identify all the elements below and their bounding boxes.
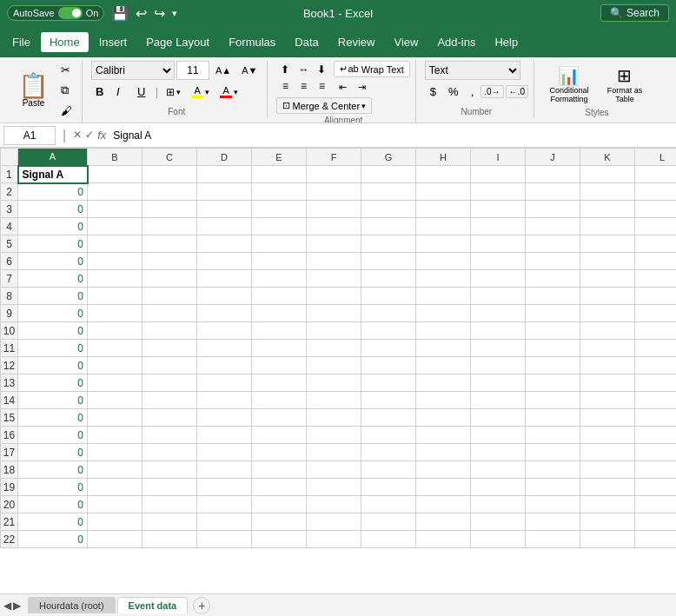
cell-B22[interactable] [88,531,142,548]
row-header-8[interactable]: 8 [1,288,18,305]
cell-L19[interactable] [635,479,677,496]
row-header-3[interactable]: 3 [1,201,18,218]
cell-B16[interactable] [88,427,142,444]
cell-H15[interactable] [416,409,471,427]
cell-L7[interactable] [635,270,677,288]
cell-L18[interactable] [635,461,677,479]
cell-A19[interactable]: 0 [18,479,88,496]
cell-D13[interactable] [197,374,252,392]
cell-I12[interactable] [471,357,526,374]
row-header-15[interactable]: 15 [1,409,18,427]
menu-add-ins[interactable]: Add-ins [428,32,484,52]
cell-C17[interactable] [142,444,197,461]
font-color-button[interactable]: A ▾ [215,83,242,101]
cell-C22[interactable] [142,531,197,548]
cell-B15[interactable] [88,409,142,427]
col-header-e[interactable]: E [252,149,307,166]
cell-A18[interactable]: 0 [18,461,88,479]
cell-E15[interactable] [252,409,307,427]
cell-K10[interactable] [580,322,635,340]
cell-F11[interactable] [307,340,361,357]
cell-H21[interactable] [416,513,471,531]
cell-A11[interactable]: 0 [18,340,88,357]
row-header-19[interactable]: 19 [1,479,18,496]
cut-button[interactable]: ✂ [56,61,76,79]
col-header-c[interactable]: C [142,149,197,166]
cell-L16[interactable] [635,427,677,444]
menu-help[interactable]: Help [486,32,527,52]
col-header-g[interactable]: G [361,149,416,166]
col-header-a[interactable]: A [18,149,88,166]
cell-B17[interactable] [88,444,142,461]
align-left-button[interactable]: ≡ [276,78,294,94]
cell-G13[interactable] [361,374,416,392]
cell-C1[interactable] [142,166,197,183]
cell-J19[interactable] [526,479,580,496]
cell-I20[interactable] [471,496,526,513]
undo-icon[interactable]: ↩ [136,5,147,22]
cell-J2[interactable] [526,183,580,201]
cell-K18[interactable] [580,461,635,479]
align-middle-button[interactable]: ↔ [295,62,312,77]
cell-L6[interactable] [635,253,677,270]
cell-G22[interactable] [361,531,416,548]
font-size-increase-button[interactable]: A▲ [211,63,235,78]
cell-H11[interactable] [416,340,471,357]
cell-C16[interactable] [142,427,197,444]
row-header-13[interactable]: 13 [1,374,18,392]
cell-K22[interactable] [580,531,635,548]
cell-K8[interactable] [580,288,635,305]
cell-B18[interactable] [88,461,142,479]
cell-L14[interactable] [635,392,677,409]
cell-E9[interactable] [252,305,307,322]
cell-C12[interactable] [142,357,197,374]
col-header-d[interactable]: D [197,149,252,166]
cell-F10[interactable] [307,322,361,340]
cell-E7[interactable] [252,270,307,288]
cell-A17[interactable]: 0 [18,444,88,461]
cell-D2[interactable] [197,183,252,201]
cell-F19[interactable] [307,479,361,496]
cell-F8[interactable] [307,288,361,305]
cell-K7[interactable] [580,270,635,288]
cell-D3[interactable] [197,201,252,218]
font-family-select[interactable]: Calibri [91,61,175,80]
cell-J16[interactable] [526,427,580,444]
cell-A20[interactable]: 0 [18,496,88,513]
cell-reference-input[interactable] [3,126,56,145]
cell-C19[interactable] [142,479,197,496]
cell-D10[interactable] [197,322,252,340]
cell-L13[interactable] [635,374,677,392]
cell-I19[interactable] [471,479,526,496]
cell-L4[interactable] [635,218,677,235]
row-header-6[interactable]: 6 [1,253,18,270]
cell-A15[interactable]: 0 [18,409,88,427]
cell-K17[interactable] [580,444,635,461]
cell-G4[interactable] [361,218,416,235]
cell-J13[interactable] [526,374,580,392]
cell-D8[interactable] [197,288,252,305]
menu-file[interactable]: File [3,32,39,52]
cell-I10[interactable] [471,322,526,340]
cell-F3[interactable] [307,201,361,218]
cell-E5[interactable] [252,235,307,253]
row-header-12[interactable]: 12 [1,357,18,374]
cell-E8[interactable] [252,288,307,305]
cell-H2[interactable] [416,183,471,201]
cell-I11[interactable] [471,340,526,357]
cell-B4[interactable] [88,218,142,235]
cell-F13[interactable] [307,374,361,392]
cell-I17[interactable] [471,444,526,461]
cell-A2[interactable]: 0 [18,183,88,201]
cell-L20[interactable] [635,496,677,513]
cell-L12[interactable] [635,357,677,374]
cell-B12[interactable] [88,357,142,374]
cell-D20[interactable] [197,496,252,513]
cell-L21[interactable] [635,513,677,531]
cell-H1[interactable] [416,166,471,183]
row-header-21[interactable]: 21 [1,513,18,531]
cell-E4[interactable] [252,218,307,235]
cell-A9[interactable]: 0 [18,305,88,322]
cell-H8[interactable] [416,288,471,305]
cell-L5[interactable] [635,235,677,253]
